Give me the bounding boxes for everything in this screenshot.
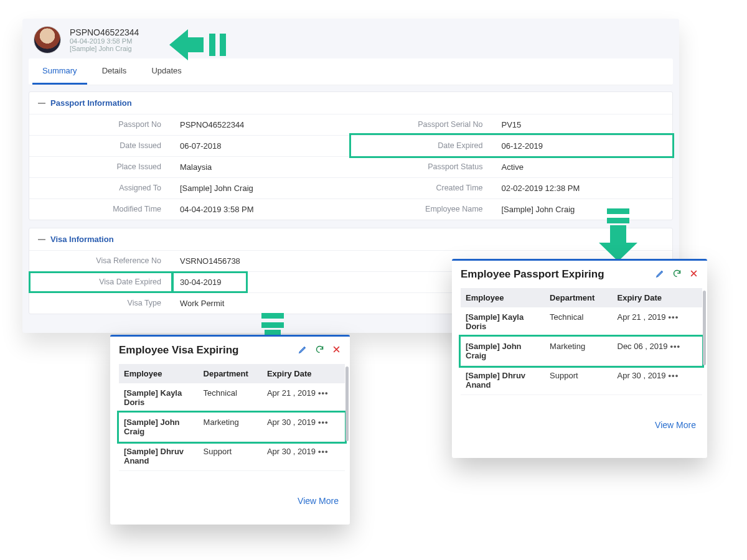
edit-icon[interactable] xyxy=(655,269,665,281)
passport-section-header[interactable]: Passport Information xyxy=(29,92,672,114)
tab-bar: Summary Details Updates xyxy=(29,58,673,85)
pause-stripes-icon xyxy=(209,34,226,56)
stripes-icon xyxy=(261,313,284,328)
tab-summary[interactable]: Summary xyxy=(32,58,87,85)
table-row-highlighted[interactable]: [Sample] John Craig Marketing Apr 30 , 2… xyxy=(119,413,345,442)
scrollbar[interactable] xyxy=(703,291,706,365)
visa-expiring-widget: Employee Visa Expiring Employee Departme… xyxy=(110,335,350,525)
svg-marker-0 xyxy=(169,29,204,60)
col-employee: Employee xyxy=(461,288,545,307)
header-text: PSPNO46522344 04-04-2019 3:58 PM [Sample… xyxy=(70,27,139,52)
arrow-down-icon xyxy=(599,225,637,261)
field-value: Malaysia xyxy=(172,157,351,177)
field-label: Employee Name xyxy=(351,199,494,220)
passport-table: Employee Department Expiry Date [Sample]… xyxy=(461,288,702,395)
field-label: Assigned To xyxy=(29,178,172,198)
col-expiry: Expiry Date xyxy=(613,288,703,307)
svg-marker-1 xyxy=(599,225,637,261)
record-timestamp: 04-04-2019 3:58 PM xyxy=(70,37,139,45)
field-label: Place Issued xyxy=(29,157,172,177)
field-label: Passport No xyxy=(29,114,172,135)
field-value: 02-02-2019 12:38 PM xyxy=(494,178,673,198)
scrollbar[interactable] xyxy=(345,366,349,441)
refresh-icon[interactable] xyxy=(672,269,682,281)
field-label: Visa Date Expired xyxy=(29,272,172,292)
visa-section-title: Visa Information xyxy=(50,235,114,244)
col-expiry: Expiry Date xyxy=(262,364,345,383)
widget-title: Employee Passport Expiring xyxy=(461,268,604,281)
field-value: PV15 xyxy=(494,114,673,135)
table-row[interactable]: [Sample] Kayla Doris Technical Apr 21 , … xyxy=(119,383,345,413)
field-label: Passport Serial No xyxy=(351,114,494,135)
field-label: Passport Status xyxy=(351,157,494,177)
table-row[interactable]: [Sample] Dhruv Anand Support Apr 30 , 20… xyxy=(461,366,702,395)
tab-details[interactable]: Details xyxy=(92,58,137,85)
col-employee: Employee xyxy=(119,364,199,383)
more-icon[interactable]: ••• xyxy=(316,447,329,456)
table-row[interactable]: [Sample] Kayla Doris Technical Apr 21 , … xyxy=(461,307,702,337)
record-owner: [Sample] John Craig xyxy=(70,45,139,52)
field-label: Date Expired xyxy=(351,136,494,156)
visa-section-header[interactable]: Visa Information xyxy=(29,228,672,250)
record-title: PSPNO46522344 xyxy=(70,27,139,37)
passport-date-expired-row: Date Expired06-12-2019 xyxy=(351,135,673,156)
view-more-link[interactable]: View More xyxy=(452,395,707,440)
field-label: Modified Time xyxy=(29,199,172,220)
record-header: PSPNO46522344 04-04-2019 3:58 PM [Sample… xyxy=(22,19,679,58)
collapse-icon[interactable] xyxy=(38,103,45,104)
collapse-icon[interactable] xyxy=(38,239,45,240)
field-value: PSPNO46522344 xyxy=(172,114,351,135)
close-icon[interactable] xyxy=(689,269,698,281)
stripes-icon xyxy=(607,208,629,223)
field-label: Visa Reference No xyxy=(29,251,172,271)
field-value: [Sample] John Craig xyxy=(172,178,351,198)
field-value: 04-04-2019 3:58 PM xyxy=(172,199,351,220)
passport-grid: Passport NoPSPNO46522344 Passport Serial… xyxy=(29,114,672,220)
widget-title: Employee Visa Expiring xyxy=(119,344,238,357)
field-value: 06-07-2018 xyxy=(172,136,351,156)
more-icon[interactable]: ••• xyxy=(316,388,329,398)
table-row-highlighted[interactable]: [Sample] John Craig Marketing Dec 06 , 2… xyxy=(461,337,702,366)
close-icon[interactable] xyxy=(332,345,341,357)
field-value: 30-04-2019 xyxy=(172,272,247,292)
view-more-link[interactable]: View More xyxy=(110,471,350,516)
field-label: Created Time xyxy=(351,178,494,198)
table-row[interactable]: [Sample] Dhruv Anand Support Apr 30 , 20… xyxy=(119,442,345,471)
edit-icon[interactable] xyxy=(298,345,308,357)
visa-table: Employee Department Expiry Date [Sample]… xyxy=(119,364,345,471)
field-value: 06-12-2019 xyxy=(494,136,673,156)
field-label: Visa Type xyxy=(29,293,172,314)
more-icon[interactable]: ••• xyxy=(316,418,329,427)
col-department: Department xyxy=(545,288,612,307)
passport-section: Passport Information Passport NoPSPNO465… xyxy=(29,91,673,220)
refresh-icon[interactable] xyxy=(315,345,324,357)
avatar xyxy=(34,26,61,54)
field-value: Active xyxy=(494,157,673,177)
more-icon[interactable]: ••• xyxy=(666,312,679,322)
passport-section-title: Passport Information xyxy=(50,98,132,108)
field-label: Date Issued xyxy=(29,136,172,156)
more-icon[interactable]: ••• xyxy=(666,371,679,380)
field-value: [Sample] John Craig xyxy=(494,199,673,220)
passport-expiring-widget: Employee Passport Expiring Employee Depa… xyxy=(452,259,707,458)
more-icon[interactable]: ••• xyxy=(667,342,680,351)
col-department: Department xyxy=(199,364,262,383)
